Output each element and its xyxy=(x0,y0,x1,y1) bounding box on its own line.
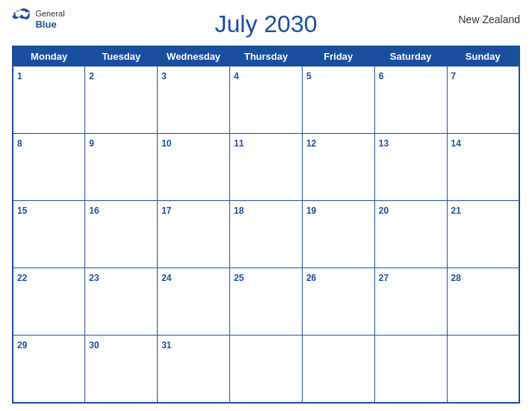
calendar-week-row: 1234567 xyxy=(13,67,519,134)
day-number: 3 xyxy=(161,71,167,81)
calendar-cell: 23 xyxy=(85,268,158,336)
calendar-cell: 2 xyxy=(85,67,158,134)
day-number: 25 xyxy=(234,273,244,283)
logo-general-text: General xyxy=(35,9,64,19)
calendar-cell: 31 xyxy=(158,336,230,403)
header-monday: Monday xyxy=(13,46,85,67)
day-number: 23 xyxy=(89,273,99,283)
calendar-cell: 7 xyxy=(447,67,519,134)
day-number: 24 xyxy=(161,273,171,283)
day-number: 28 xyxy=(451,273,461,283)
header-friday: Friday xyxy=(302,46,374,67)
calendar-cell: 29 xyxy=(13,336,85,403)
logo: General Blue xyxy=(12,7,64,31)
calendar-cell: 3 xyxy=(158,67,230,134)
calendar-cell: 25 xyxy=(230,268,303,336)
calendar-cell: 4 xyxy=(230,67,303,134)
calendar-cell: 24 xyxy=(158,268,230,336)
day-number: 10 xyxy=(161,138,171,149)
logo-text: General Blue xyxy=(35,9,64,31)
calendar-cell: 30 xyxy=(85,336,158,403)
day-number: 18 xyxy=(234,206,244,216)
calendar-cell xyxy=(230,336,303,403)
calendar-cell: 10 xyxy=(158,134,230,201)
calendar-cell: 12 xyxy=(302,134,374,201)
day-number: 20 xyxy=(379,206,389,216)
day-number: 7 xyxy=(451,71,457,81)
header-wednesday: Wednesday xyxy=(158,46,230,67)
calendar-cell xyxy=(302,336,374,403)
calendar-cell xyxy=(374,336,447,403)
calendar-week-row: 15161718192021 xyxy=(13,201,519,268)
calendar-week-row: 891011121314 xyxy=(13,134,519,201)
day-number: 17 xyxy=(161,206,171,216)
calendar-cell: 19 xyxy=(302,201,374,268)
calendar-cell: 9 xyxy=(85,134,158,201)
day-number: 2 xyxy=(89,71,94,81)
header-sunday: Sunday xyxy=(447,46,519,67)
calendar-table: Monday Tuesday Wednesday Thursday Friday… xyxy=(12,46,520,404)
calendar-cell: 8 xyxy=(13,134,85,201)
calendar-cell: 6 xyxy=(374,67,447,134)
day-number: 11 xyxy=(234,138,244,149)
logo-blue-text: Blue xyxy=(35,19,56,31)
day-number: 30 xyxy=(89,340,99,350)
calendar-title: July 2030 xyxy=(215,10,318,38)
day-number: 26 xyxy=(306,273,316,283)
calendar-week-row: 22232425262728 xyxy=(13,268,519,336)
day-number: 9 xyxy=(89,138,94,149)
day-number: 19 xyxy=(306,206,316,216)
calendar-container: General Blue July 2030 New Zealand Monda… xyxy=(0,0,532,411)
day-number: 1 xyxy=(17,71,22,81)
day-number: 8 xyxy=(17,138,22,149)
day-number: 15 xyxy=(17,206,27,216)
calendar-cell: 14 xyxy=(447,134,519,201)
calendar-cell: 1 xyxy=(13,67,85,134)
day-number: 29 xyxy=(17,340,27,350)
calendar-cell: 21 xyxy=(447,201,519,268)
day-number: 31 xyxy=(161,340,171,350)
calendar-cell: 15 xyxy=(13,201,85,268)
calendar-cell xyxy=(447,336,519,403)
calendar-cell: 11 xyxy=(230,134,303,201)
day-number: 13 xyxy=(379,138,389,149)
day-number: 22 xyxy=(17,273,27,283)
logo-bird-icon xyxy=(11,7,32,22)
header-tuesday: Tuesday xyxy=(85,46,158,67)
calendar-cell: 17 xyxy=(158,201,230,268)
weekday-header-row: Monday Tuesday Wednesday Thursday Friday… xyxy=(13,46,519,67)
calendar-cell: 18 xyxy=(230,201,303,268)
day-number: 5 xyxy=(306,71,312,81)
day-number: 27 xyxy=(379,273,389,283)
day-number: 12 xyxy=(306,138,316,149)
calendar-cell: 13 xyxy=(374,134,447,201)
header-saturday: Saturday xyxy=(374,46,447,67)
country-label: New Zealand xyxy=(459,13,521,25)
calendar-cell: 20 xyxy=(374,201,447,268)
calendar-cell: 22 xyxy=(13,268,85,336)
day-number: 4 xyxy=(234,71,239,81)
day-number: 14 xyxy=(451,138,461,149)
calendar-cell: 26 xyxy=(302,268,374,336)
calendar-cell: 27 xyxy=(374,268,447,336)
calendar-cell: 5 xyxy=(302,67,374,134)
calendar-cell: 16 xyxy=(85,201,158,268)
calendar-cell: 28 xyxy=(447,268,519,336)
day-number: 16 xyxy=(89,206,99,216)
header-thursday: Thursday xyxy=(230,46,303,67)
calendar-week-row: 293031 xyxy=(13,336,519,403)
calendar-header: General Blue July 2030 New Zealand xyxy=(12,7,520,41)
day-number: 21 xyxy=(451,206,461,216)
day-number: 6 xyxy=(379,71,384,81)
